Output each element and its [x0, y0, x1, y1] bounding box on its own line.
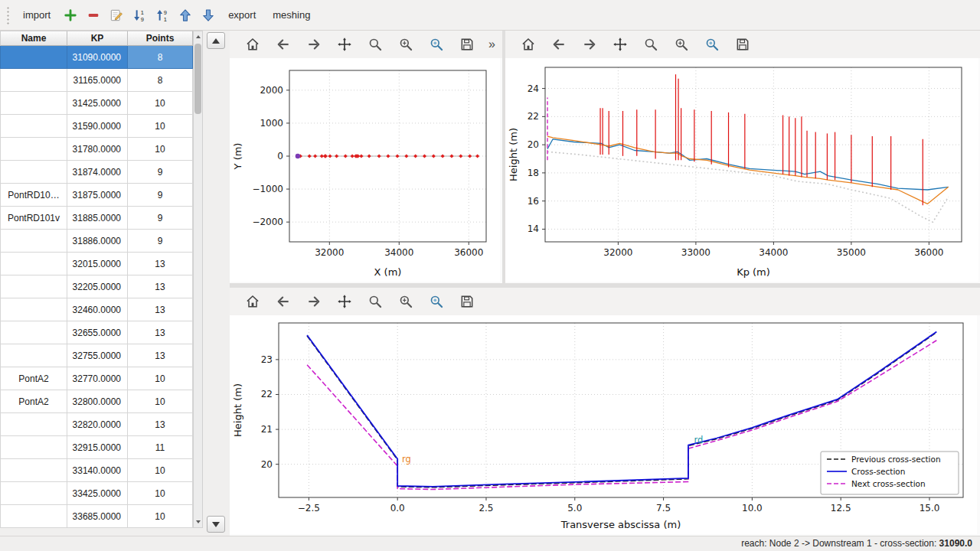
- cell-name[interactable]: [0, 138, 67, 161]
- move-down-button[interactable]: [198, 5, 219, 26]
- toolbar-grip[interactable]: [6, 6, 10, 24]
- cell-kp[interactable]: 33140.0000: [67, 459, 128, 482]
- table-row[interactable]: 32755.000013: [0, 344, 193, 367]
- cell-name[interactable]: [0, 459, 67, 482]
- cell-kp[interactable]: 31780.0000: [67, 138, 128, 161]
- cell-kp[interactable]: 31590.0000: [67, 115, 128, 138]
- cell-name[interactable]: [0, 69, 67, 92]
- cell-kp[interactable]: 31425.0000: [67, 92, 128, 115]
- cell-name[interactable]: [0, 230, 67, 253]
- cell-points[interactable]: 13: [128, 276, 193, 298]
- cell-points[interactable]: 13: [128, 253, 193, 276]
- save-button[interactable]: [456, 291, 478, 312]
- sort-ascending-button[interactable]: [152, 5, 173, 26]
- cell-name[interactable]: PontRD10…: [0, 184, 67, 207]
- cell-name[interactable]: [0, 505, 67, 528]
- table-row[interactable]: 32655.000013: [0, 321, 193, 344]
- plan-view-chart[interactable]: 320003400036000−2000−1000010002000X (m)Y…: [230, 58, 500, 282]
- cell-points[interactable]: 13: [128, 344, 193, 367]
- subplots-button[interactable]: [395, 34, 416, 55]
- cell-kp[interactable]: 31165.0000: [67, 69, 128, 92]
- table-row[interactable]: 32820.000013: [0, 413, 193, 436]
- cell-points[interactable]: 10: [128, 459, 193, 482]
- table-row[interactable]: 32460.000013: [0, 298, 193, 321]
- cell-kp[interactable]: 32915.0000: [67, 436, 128, 459]
- table-row[interactable]: 31874.00009: [0, 161, 193, 184]
- back-button[interactable]: [273, 291, 294, 312]
- scrollbar-down-arrow-icon[interactable]: [194, 517, 202, 527]
- scrollbar-thumb[interactable]: [194, 44, 201, 114]
- home-button[interactable]: [242, 34, 263, 55]
- back-button[interactable]: [548, 34, 570, 55]
- toolbar-overflow-button[interactable]: »: [487, 37, 497, 51]
- subplots-button[interactable]: [671, 34, 692, 55]
- add-button[interactable]: [60, 5, 81, 26]
- table-scrollbar[interactable]: [193, 31, 203, 528]
- cell-kp[interactable]: 33685.0000: [67, 505, 128, 528]
- cell-name[interactable]: [0, 321, 67, 344]
- pan-button[interactable]: [609, 34, 631, 55]
- cell-points[interactable]: 9: [128, 161, 193, 184]
- cell-points[interactable]: 13: [128, 321, 193, 344]
- cell-kp[interactable]: 32770.0000: [67, 367, 128, 390]
- cell-kp[interactable]: 32755.0000: [67, 344, 128, 367]
- back-button[interactable]: [273, 34, 294, 55]
- cell-points[interactable]: 10: [128, 482, 193, 505]
- cell-name[interactable]: PontA2: [0, 367, 67, 390]
- menu-meshing[interactable]: meshing: [265, 5, 318, 24]
- home-button[interactable]: [242, 291, 263, 312]
- table-row[interactable]: PontRD10…31875.00009: [0, 184, 193, 207]
- cell-kp[interactable]: 31886.0000: [67, 230, 128, 253]
- cell-points[interactable]: 9: [128, 230, 193, 253]
- cell-kp[interactable]: 31875.0000: [67, 184, 128, 207]
- home-button[interactable]: [518, 34, 539, 55]
- pan-button[interactable]: [334, 34, 355, 55]
- table-row[interactable]: 31780.000010: [0, 138, 193, 161]
- table-row[interactable]: PontA232800.000010: [0, 390, 193, 413]
- cell-points[interactable]: 10: [128, 115, 193, 138]
- cell-kp[interactable]: 33425.0000: [67, 482, 128, 505]
- cell-points[interactable]: 10: [128, 505, 193, 528]
- cell-points[interactable]: 8: [128, 46, 193, 69]
- cell-points[interactable]: 11: [128, 436, 193, 459]
- table-row[interactable]: 31886.00009: [0, 230, 193, 253]
- cell-name[interactable]: [0, 482, 67, 505]
- customize-button[interactable]: [701, 34, 723, 55]
- cell-name[interactable]: PontRD101v: [0, 207, 67, 230]
- column-header-kp[interactable]: KP: [67, 31, 128, 46]
- cell-points[interactable]: 10: [128, 367, 193, 390]
- menu-export[interactable]: export: [220, 5, 263, 24]
- table-row[interactable]: 33140.000010: [0, 459, 193, 482]
- cell-points[interactable]: 13: [128, 413, 193, 436]
- table-row[interactable]: 31165.00008: [0, 69, 193, 92]
- forward-button[interactable]: [579, 34, 600, 55]
- cell-points[interactable]: 8: [128, 69, 193, 92]
- cell-kp[interactable]: 32655.0000: [67, 321, 128, 344]
- cross-section-chart[interactable]: −2.50.02.55.07.510.012.515.020212223Tran…: [230, 315, 977, 534]
- cell-kp[interactable]: 31874.0000: [67, 161, 128, 184]
- table-row[interactable]: 32015.000013: [0, 253, 193, 276]
- cell-name[interactable]: [0, 344, 67, 367]
- column-header-points[interactable]: Points: [128, 31, 193, 46]
- table-row[interactable]: 32205.000013: [0, 276, 193, 298]
- longitudinal-profile-chart[interactable]: 3200033000340003500036000141618202224Kp …: [505, 58, 978, 282]
- table-row[interactable]: 33685.000010: [0, 505, 193, 528]
- table-row[interactable]: 31090.00008: [0, 46, 193, 69]
- table-row[interactable]: 33425.000010: [0, 482, 193, 505]
- cell-points[interactable]: 10: [128, 138, 193, 161]
- save-button[interactable]: [456, 34, 478, 55]
- cell-kp[interactable]: 31090.0000: [67, 46, 128, 69]
- cell-name[interactable]: [0, 413, 67, 436]
- sort-descending-button[interactable]: [129, 5, 150, 26]
- table-row[interactable]: PontA232770.000010: [0, 367, 193, 390]
- move-down-button[interactable]: [207, 516, 225, 533]
- remove-button[interactable]: [83, 5, 104, 26]
- cell-name[interactable]: [0, 298, 67, 321]
- save-button[interactable]: [732, 34, 753, 55]
- forward-button[interactable]: [303, 291, 325, 312]
- cell-points[interactable]: 9: [128, 207, 193, 230]
- zoom-button[interactable]: [364, 34, 386, 55]
- move-up-button[interactable]: [175, 5, 196, 26]
- cell-kp[interactable]: 32205.0000: [67, 276, 128, 298]
- column-header-name[interactable]: Name: [0, 31, 67, 46]
